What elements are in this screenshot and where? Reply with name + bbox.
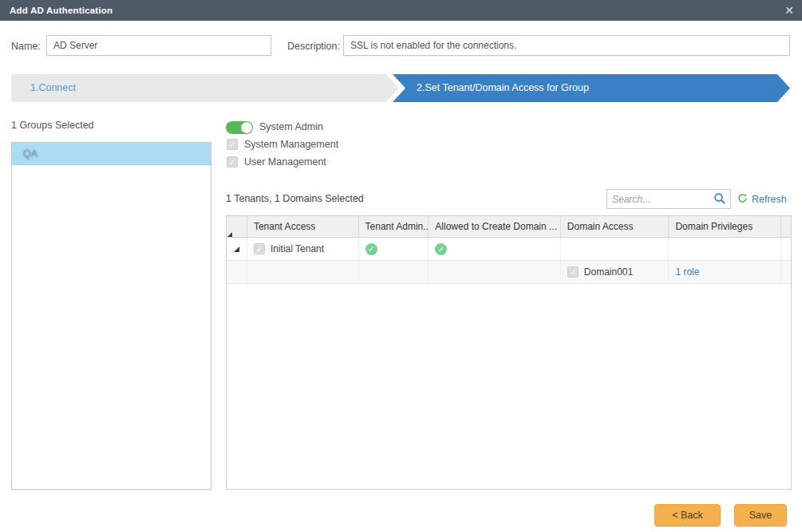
user-management-checkbox[interactable]: ✓ bbox=[227, 156, 238, 167]
close-icon[interactable]: ✕ bbox=[784, 0, 794, 21]
system-management-row[interactable]: ✓ System Management bbox=[227, 139, 338, 150]
group-list-item[interactable]: QA bbox=[12, 143, 211, 165]
name-label: Name: bbox=[11, 41, 41, 52]
refresh-button[interactable]: Refresh bbox=[737, 192, 787, 207]
dialog-title: Add AD Authentication bbox=[10, 0, 113, 21]
search-box[interactable] bbox=[606, 189, 731, 209]
wizard-step-1-label: 1.Connect bbox=[11, 74, 399, 102]
search-icon[interactable] bbox=[713, 192, 726, 208]
tenant-admin-cell: ✓ bbox=[359, 238, 429, 260]
system-admin-label-row: System Admin bbox=[259, 121, 323, 132]
collapse-row-icon[interactable] bbox=[234, 246, 239, 252]
role-link[interactable]: 1 role bbox=[675, 266, 699, 278]
groups-selected-label: 1 Groups Selected bbox=[11, 120, 94, 131]
system-admin-toggle[interactable] bbox=[226, 121, 253, 134]
allowed-create-domain-cell: ✓ bbox=[429, 238, 561, 260]
domain-privileges-cell[interactable]: 1 role bbox=[669, 261, 781, 283]
save-button[interactable]: Save bbox=[734, 504, 787, 526]
spacer-cell bbox=[781, 261, 791, 283]
group-name: QA bbox=[23, 148, 38, 160]
domain-collapse-cell bbox=[227, 261, 247, 283]
name-input[interactable] bbox=[46, 35, 271, 56]
tenant-collapse-cell[interactable] bbox=[227, 238, 247, 260]
domain-row[interactable]: ✓ Domain001 1 role bbox=[227, 261, 791, 284]
domain-name: Domain001 bbox=[584, 266, 633, 278]
tenant-admin-check-icon: ✓ bbox=[365, 243, 377, 255]
back-button[interactable]: < Back bbox=[654, 504, 721, 526]
wizard-step-2[interactable]: 2.Set Tenant/Domain Access for Group bbox=[385, 74, 790, 102]
domain-access-cell[interactable]: ✓ Domain001 bbox=[561, 261, 670, 283]
col-tenant-access[interactable]: Tenant Access bbox=[247, 216, 359, 237]
collapse-all-header-cell[interactable] bbox=[227, 216, 247, 237]
wizard-step-2-label: 2.Set Tenant/Domain Access for Group bbox=[385, 74, 790, 102]
domain-tenant-admin-cell bbox=[359, 261, 429, 283]
tenant-name: Initial Tenant bbox=[271, 243, 324, 254]
tenant-access-cell[interactable]: ✓ Initial Tenant bbox=[247, 238, 359, 260]
system-admin-label: System Admin bbox=[259, 121, 323, 132]
toggle-knob bbox=[241, 122, 252, 133]
wizard-step-1[interactable]: 1.Connect bbox=[11, 74, 399, 102]
description-label: Description: bbox=[287, 41, 340, 52]
spacer-cell bbox=[781, 238, 791, 260]
domain-tenant-access-cell bbox=[247, 261, 359, 283]
user-management-row[interactable]: ✓ User Management bbox=[227, 156, 326, 167]
refresh-label: Refresh bbox=[752, 194, 787, 205]
system-management-label: System Management bbox=[244, 139, 338, 150]
col-domain-privileges[interactable]: Domain Privileges bbox=[669, 216, 781, 237]
grid-header: Tenant Access Tenant Admin... Allowed to… bbox=[227, 216, 791, 238]
domain-access-cell bbox=[561, 238, 670, 260]
tenant-domain-grid: Tenant Access Tenant Admin... Allowed to… bbox=[226, 215, 792, 490]
description-input[interactable] bbox=[343, 35, 790, 56]
system-management-checkbox[interactable]: ✓ bbox=[227, 139, 238, 150]
user-management-label: User Management bbox=[244, 156, 326, 167]
collapse-all-icon[interactable] bbox=[227, 221, 232, 237]
col-tenant-admin[interactable]: Tenant Admin... bbox=[359, 216, 429, 237]
allowed-create-domain-check-icon: ✓ bbox=[435, 243, 447, 255]
domain-allowed-create-cell bbox=[429, 261, 561, 283]
search-input[interactable] bbox=[607, 190, 709, 208]
domain-privileges-cell bbox=[669, 238, 781, 260]
tenants-summary: 1 Tenants, 1 Domains Selected bbox=[226, 193, 364, 204]
tenant-row[interactable]: ✓ Initial Tenant ✓ ✓ bbox=[227, 238, 791, 261]
tenant-checkbox[interactable]: ✓ bbox=[254, 243, 265, 254]
groups-list[interactable]: QA bbox=[11, 142, 211, 490]
col-allowed-create-domain[interactable]: Allowed to Create Domain ... bbox=[429, 216, 561, 237]
refresh-icon bbox=[737, 192, 748, 207]
dialog-titlebar: Add AD Authentication ✕ bbox=[0, 0, 802, 21]
domain-checkbox[interactable]: ✓ bbox=[567, 266, 579, 278]
col-domain-access[interactable]: Domain Access bbox=[561, 216, 670, 237]
col-spacer bbox=[781, 216, 791, 237]
